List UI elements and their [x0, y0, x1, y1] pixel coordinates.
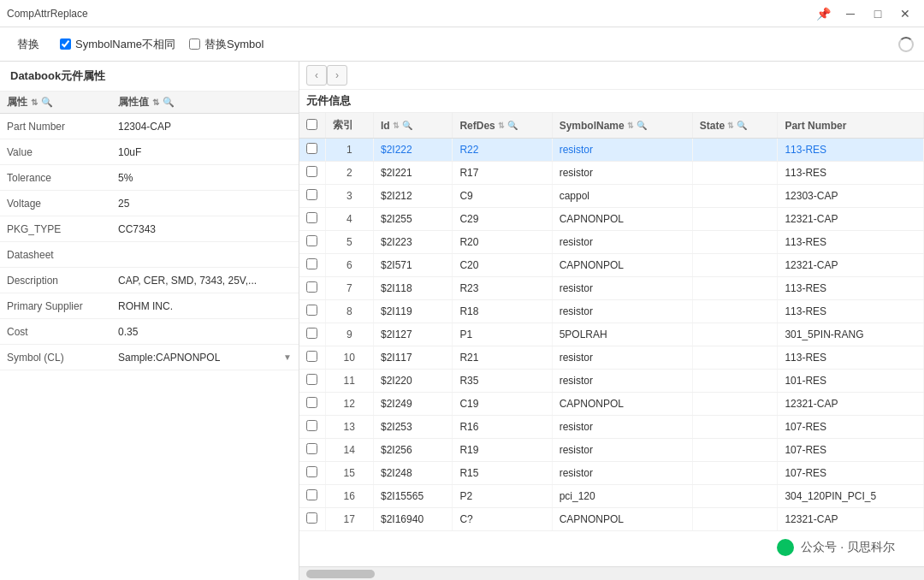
row-checkbox[interactable]	[306, 397, 317, 408]
table-row[interactable]: 12$2I249C19CAPNONPOL12321-CAP	[299, 393, 924, 416]
row-index: 2	[325, 162, 374, 185]
th-partnumber-label: Part Number	[785, 120, 846, 132]
th-state-sort-icon[interactable]: ⇅	[727, 121, 734, 130]
select-all-checkbox[interactable]	[306, 119, 317, 130]
symbolname-checkbox-label[interactable]: SymbolName不相同	[60, 37, 175, 52]
row-checkbox-cell	[299, 139, 325, 162]
table-row[interactable]: 6$2I571C20CAPNONPOL12321-CAP	[299, 254, 924, 277]
row-checkbox-cell	[299, 346, 325, 370]
th-state-search-icon[interactable]: 🔍	[737, 121, 747, 130]
row-state	[692, 323, 778, 346]
row-checkbox[interactable]	[306, 305, 317, 316]
row-refdes-link[interactable]: R22	[459, 144, 478, 156]
th-checkbox	[299, 113, 325, 139]
row-id: $2I119	[374, 300, 453, 323]
table-row[interactable]: 7$2I118R23resistor113-RES	[299, 277, 924, 300]
row-partnumber: 301_5PIN-RANG	[778, 323, 924, 346]
pin-button[interactable]: 📌	[811, 4, 835, 23]
row-checkbox[interactable]	[306, 374, 317, 385]
row-checkbox[interactable]	[306, 328, 317, 339]
row-partnumber: 107-RES	[778, 416, 924, 439]
row-partnumber: 12321-CAP	[778, 254, 924, 277]
table-row[interactable]: 5$2I223R20resistor113-RES	[299, 231, 924, 254]
close-button[interactable]: ✕	[893, 4, 917, 23]
maximize-button[interactable]: □	[866, 4, 890, 23]
table-row[interactable]: 15$2I248R15resistor107-RES	[299, 462, 924, 485]
row-checkbox[interactable]	[306, 351, 317, 362]
attr-name-search-icon[interactable]: 🔍	[41, 97, 53, 108]
th-symbolname-sort-icon[interactable]: ⇅	[627, 121, 634, 130]
replace-button[interactable]: 替换	[10, 33, 46, 56]
table-row[interactable]: 11$2I220R35resistor101-RES	[299, 370, 924, 393]
row-checkbox[interactable]	[306, 443, 317, 454]
table-row[interactable]: 9$2I127P15POLRAH301_5PIN-RANG	[299, 323, 924, 346]
table-row[interactable]: 17$2I16940C?CAPNONPOL12321-CAP	[299, 508, 924, 531]
symbolname-checkbox[interactable]	[60, 38, 71, 50]
attr-row: Datasheet	[0, 242, 299, 268]
attr-header-name: 属性	[7, 95, 27, 109]
row-checkbox[interactable]	[306, 489, 317, 500]
replace-symbol-checkbox[interactable]	[189, 38, 200, 50]
row-index: 8	[325, 300, 374, 323]
horizontal-scrollbar[interactable]	[299, 566, 924, 580]
nav-next-button[interactable]: ›	[327, 65, 347, 86]
th-id-search-icon[interactable]: 🔍	[402, 121, 412, 130]
loading-spinner	[898, 37, 914, 52]
replace-symbol-checkbox-label[interactable]: 替换Symbol	[189, 37, 264, 52]
dropdown-arrow-icon[interactable]: ▼	[283, 352, 292, 362]
row-index: 16	[325, 485, 374, 508]
row-checkbox[interactable]	[306, 166, 317, 177]
attr-value-sort-icon[interactable]: ⇅	[152, 98, 159, 107]
th-refdes-search-icon[interactable]: 🔍	[507, 121, 518, 130]
row-checkbox[interactable]	[306, 143, 317, 154]
th-refdes-sort-icon[interactable]: ⇅	[498, 121, 505, 130]
row-state	[692, 162, 778, 185]
row-checkbox[interactable]	[306, 420, 317, 431]
row-checkbox[interactable]	[306, 212, 317, 223]
row-checkbox-cell	[299, 439, 325, 462]
row-refdes: R18	[453, 300, 552, 323]
row-state	[692, 439, 778, 462]
attr-row: Tolerance5%	[0, 165, 299, 191]
row-checkbox[interactable]	[306, 512, 317, 524]
table-row[interactable]: 1$2I222R22resistor113-RES	[299, 139, 924, 162]
table-row[interactable]: 2$2I221R17resistor113-RES	[299, 162, 924, 185]
symbolname-checkbox-text: SymbolName不相同	[75, 37, 175, 52]
row-checkbox-cell	[299, 370, 325, 393]
row-symbolname-link[interactable]: resistor	[560, 144, 593, 156]
row-symbolname: resistor	[552, 439, 692, 462]
nav-prev-button[interactable]: ‹	[306, 65, 327, 86]
attr-name-sort-icon[interactable]: ⇅	[31, 98, 38, 107]
table-row[interactable]: 10$2I117R21resistor113-RES	[299, 346, 924, 370]
row-checkbox[interactable]	[306, 466, 317, 477]
table-row[interactable]: 13$2I253R16resistor107-RES	[299, 416, 924, 439]
row-id-link[interactable]: $2I222	[381, 144, 412, 156]
table-row[interactable]: 14$2I256R19resistor107-RES	[299, 439, 924, 462]
attr-row: Primary SupplierROHM INC.	[0, 293, 299, 319]
row-checkbox-cell	[299, 416, 325, 439]
row-checkbox[interactable]	[306, 189, 317, 200]
row-id: $2I571	[374, 254, 453, 277]
row-checkbox-cell	[299, 185, 325, 208]
row-partnumber: 12321-CAP	[778, 393, 924, 416]
row-state	[692, 231, 778, 254]
attr-row-value: 0.35	[118, 326, 292, 338]
comp-table-wrapper[interactable]: 索引 Id ⇅ 🔍 RefDes ⇅	[299, 113, 924, 566]
hscroll-thumb[interactable]	[306, 570, 375, 578]
row-partnumber: 12321-CAP	[778, 208, 924, 231]
th-symbolname-search-icon[interactable]: 🔍	[637, 121, 647, 130]
minimize-button[interactable]: ─	[838, 4, 862, 23]
row-checkbox[interactable]	[306, 235, 317, 246]
row-checkbox[interactable]	[306, 258, 317, 269]
attr-value-search-icon[interactable]: 🔍	[163, 97, 175, 108]
row-checkbox[interactable]	[306, 281, 317, 293]
attr-row-name: Description	[7, 275, 118, 287]
th-id-sort-icon[interactable]: ⇅	[393, 121, 400, 130]
row-partnumber-link[interactable]: 113-RES	[785, 144, 826, 156]
row-id: $2I220	[374, 370, 453, 393]
table-row[interactable]: 3$2I212C9cappol12303-CAP	[299, 185, 924, 208]
table-row[interactable]: 16$2I15565P2pci_120304_120PIN_PCI_5	[299, 485, 924, 508]
table-row[interactable]: 8$2I119R18resistor113-RES	[299, 300, 924, 323]
table-row[interactable]: 4$2I255C29CAPNONPOL12321-CAP	[299, 208, 924, 231]
row-id: $2I255	[374, 208, 453, 231]
